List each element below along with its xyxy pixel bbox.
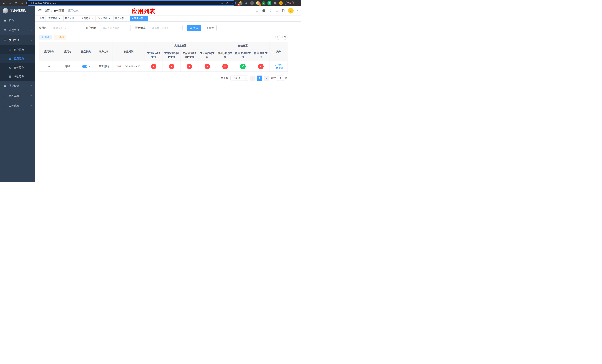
bookmark-star-icon[interactable]: ☆ [231,2,233,5]
browser-back-button[interactable]: ← [2,1,6,5]
extension-chat-icon[interactable]: ✉ [268,1,271,5]
sidebar-item-payment[interactable]: ¥ 支付管理 ∧ [0,35,35,45]
user-avatar[interactable]: ☺ [288,8,294,13]
sidebar-item-workflow[interactable]: ⊞ 工作流程 ∨ [0,101,35,111]
sidebar-item-label: 首页 [9,19,14,22]
sidebar-collapse-icon[interactable] [38,10,42,12]
help-icon[interactable]: ? [269,9,272,12]
chevron-down-icon: ∨ [30,29,32,31]
cell-app-id: 6 [39,61,59,72]
col-header-create-time: 创建时间 [113,43,145,61]
browser-reload-button[interactable] [14,1,18,5]
browser-chrome: ← → ⌂ i localhost:1024/pay/app ☆ 10 ◆ 1 … [0,0,301,6]
wechat-app-status-icon: × [258,64,264,69]
page-size-select[interactable]: 10条/页 [230,75,248,81]
app-name-input[interactable] [51,25,81,31]
tab-user-group[interactable]: 用户分组 × [63,16,79,21]
share-icon[interactable] [226,2,229,4]
sidebar-item-devtools[interactable]: ⊡ 研发工具 ∨ [0,91,35,101]
extension-green-check-icon[interactable]: ✓ [262,1,266,5]
extension-dark-icon[interactable] [250,1,254,5]
close-icon[interactable]: × [91,17,94,20]
grid-icon: ▦ [8,57,11,60]
reset-button[interactable]: 重置 [203,25,216,31]
fullscreen-icon[interactable] [275,9,279,12]
browser-update-button[interactable]: 更新 [285,1,294,5]
alipay-pc-status-icon: × [169,64,174,69]
close-icon[interactable]: × [58,17,61,20]
breadcrumb-app-info: 应用信息 [68,9,78,12]
extension-avatar-icon[interactable]: ☺ [279,1,283,5]
extension-badge: 1 [259,3,261,6]
tab-app-info[interactable]: 应用信息 × [130,16,148,21]
app-logo[interactable]: 芋道管理系统 [0,6,35,15]
wechat-jsapi-status-icon: ✓ [240,64,246,69]
cell-create-time: 2021-10-23 08:49:25 [113,61,145,72]
breadcrumb-payment: 支付管理 [54,9,64,12]
cell-status [77,61,95,72]
sidebar-item-infrastructure[interactable]: ▣ 基础设施 ∨ [0,81,35,91]
next-page-button[interactable]: › [264,75,269,81]
page-number-1[interactable]: 1 [257,75,262,81]
tab-refund-order[interactable]: 退款订单 × [97,16,112,21]
cell-actions: 修改 删除 [270,61,288,72]
close-icon[interactable]: × [75,17,77,20]
sidebar-item-system[interactable]: ⚙ 系统管理 ∨ [0,25,35,35]
edit-link[interactable]: 修改 [275,63,282,66]
total-count: 共 1 条 [221,76,228,80]
browser-home-button[interactable]: ⌂ [20,1,24,5]
status-label: 开启状态 [135,26,146,30]
workflow-icon: ⊞ [3,104,7,107]
delete-link[interactable]: 删除 [276,66,283,70]
close-icon[interactable]: × [144,17,146,20]
app-table: 应用编号 应用名 开启状态 商户名称 创建时间 支付宝配置 微信配置 操作 支付… [39,42,288,72]
sidebar: 芋道管理系统 ◉ 首页 ⚙ 系统管理 ∨ ¥ 支付管理 ∧ ▤ 商户信息 ▦ 应… [0,6,35,182]
sidebar-item-label: 研发工具 [9,94,19,97]
github-icon[interactable] [262,9,266,13]
col-header-app-id: 应用编号 [39,43,59,61]
status-select[interactable] [150,25,183,31]
search-button[interactable]: 搜索 [187,25,201,31]
add-button[interactable]: 新增 [39,35,52,40]
tab-home[interactable]: 首页 [38,16,46,21]
chevron-down-icon: ∨ [30,85,32,87]
merchant-name-input[interactable] [100,25,131,31]
sidebar-item-label: 工作流程 [9,104,19,107]
status-toggle[interactable] [82,65,90,68]
password-key-icon[interactable] [221,2,224,4]
sidebar-item-payment-order[interactable]: ◎ 支付订单 [0,63,35,72]
sidebar-item-refund-order[interactable]: ▥ 退款订单 [0,72,35,81]
merchant-name-label: 商户名称 [86,26,96,30]
toggle-search-button[interactable] [275,35,280,40]
sidebar-item-home[interactable]: ◉ 首页 [0,15,35,25]
breadcrumb: 首页 / 支付管理 / 应用信息 [44,9,78,12]
tab-payment-order[interactable]: 支付订单 × [80,16,96,21]
toolbox-icon: ⊡ [3,94,7,97]
font-size-icon[interactable]: TT [282,9,285,12]
extension-profile-icon[interactable]: 1 [256,1,260,5]
user-menu-caret-icon[interactable]: ▾ [297,10,298,12]
breadcrumb-home[interactable]: 首页 [44,9,50,12]
sidebar-item-label: 支付订单 [14,66,24,69]
tab-merchant-info[interactable]: 商户信息 × [113,16,129,21]
close-icon[interactable]: × [125,17,127,20]
pagination: 共 1 条 10条/页 ‹ 1 › 前往 页 [39,75,288,81]
refresh-button[interactable] [282,35,288,40]
extension-colorwheel-icon[interactable]: 10 [239,1,243,5]
browser-menu-icon[interactable]: ⋮ [295,1,299,5]
browser-forward-button[interactable]: → [8,1,12,5]
url-bar[interactable]: i localhost:1024/pay/app ☆ [27,1,236,5]
prev-page-button[interactable]: ‹ [250,75,256,81]
cell-merchant-name: 芋道源码 [95,61,113,72]
close-icon[interactable]: × [108,17,111,20]
extensions-puzzle-icon[interactable] [273,1,277,5]
export-button[interactable]: 导出 [54,35,66,40]
search-icon[interactable] [256,9,259,12]
goto-page-input[interactable] [277,75,284,81]
sidebar-item-merchant-info[interactable]: ▤ 商户信息 [0,45,35,54]
sidebar-item-app-info[interactable]: ▦ 应用信息 [0,54,35,63]
extension-blue-gem-icon[interactable]: ◆ [245,1,248,5]
filter-form: 应用名 商户名称 开启状态 搜索 [39,25,297,31]
tab-process-form[interactable]: 流程表单 × [47,16,62,21]
page-info-icon[interactable]: i [29,2,32,4]
